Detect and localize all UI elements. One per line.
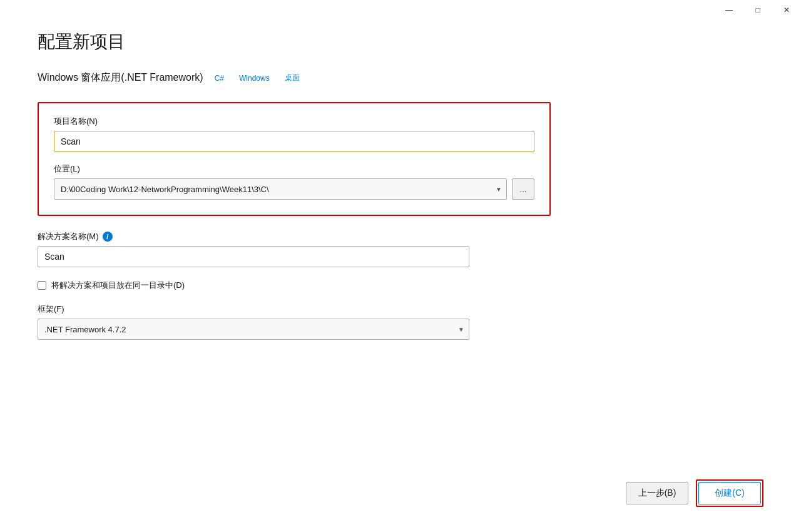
project-location-section: 项目名称(N) 位置(L) D:\00Coding Work\12-Networ… bbox=[38, 102, 551, 216]
project-type-label: Windows 窗体应用(.NET Framework) bbox=[38, 71, 203, 84]
framework-label: 框架(F) bbox=[38, 304, 551, 315]
location-label: 位置(L) bbox=[54, 163, 534, 175]
location-select[interactable]: D:\00Coding Work\12-NetworkProgramming\W… bbox=[54, 178, 507, 200]
back-button[interactable]: 上一步(B) bbox=[626, 482, 688, 504]
solution-name-label-row: 解决方案名称(M) i bbox=[38, 231, 551, 242]
solution-name-label: 解决方案名称(M) bbox=[38, 231, 99, 242]
tag-csharp: C# bbox=[211, 73, 228, 84]
create-button[interactable]: 创建(C) bbox=[698, 482, 761, 504]
location-select-wrapper: D:\00Coding Work\12-NetworkProgramming\W… bbox=[54, 178, 507, 200]
same-directory-label: 将解决方案和项目放在同一目录中(D) bbox=[51, 280, 185, 291]
same-directory-row: 将解决方案和项目放在同一目录中(D) bbox=[38, 280, 763, 291]
solution-name-section: 解决方案名称(M) i bbox=[38, 231, 551, 267]
framework-select-wrapper: .NET Framework 4.7.2 ▼ bbox=[38, 319, 469, 340]
title-bar: — □ ✕ bbox=[715, 0, 801, 20]
browse-button[interactable]: ... bbox=[512, 178, 534, 200]
minimize-button[interactable]: — bbox=[715, 0, 743, 20]
location-row: D:\00Coding Work\12-NetworkProgramming\W… bbox=[54, 178, 534, 200]
maximize-button[interactable]: □ bbox=[743, 0, 772, 20]
framework-section: 框架(F) .NET Framework 4.7.2 ▼ bbox=[38, 304, 551, 340]
close-button[interactable]: ✕ bbox=[772, 0, 801, 20]
main-content: 配置新项目 Windows 窗体应用(.NET Framework) C# Wi… bbox=[0, 0, 801, 377]
solution-name-input[interactable] bbox=[38, 246, 469, 267]
project-name-label: 项目名称(N) bbox=[54, 116, 534, 127]
framework-select[interactable]: .NET Framework 4.7.2 bbox=[38, 319, 469, 340]
tag-desktop: 桌面 bbox=[281, 71, 304, 84]
project-name-input[interactable] bbox=[54, 131, 534, 152]
project-name-group: 项目名称(N) bbox=[54, 116, 534, 152]
location-group: 位置(L) D:\00Coding Work\12-NetworkProgram… bbox=[54, 163, 534, 200]
project-subtitle: Windows 窗体应用(.NET Framework) C# Windows … bbox=[38, 71, 763, 84]
tag-windows: Windows bbox=[235, 73, 273, 84]
bottom-buttons: 上一步(B) 创建(C) bbox=[626, 479, 763, 507]
solution-name-info-icon[interactable]: i bbox=[103, 232, 113, 242]
window: — □ ✕ 配置新项目 Windows 窗体应用(.NET Framework)… bbox=[0, 0, 801, 532]
same-directory-checkbox[interactable] bbox=[38, 281, 46, 290]
page-title: 配置新项目 bbox=[38, 30, 763, 54]
create-button-outlined-wrapper: 创建(C) bbox=[696, 479, 763, 507]
